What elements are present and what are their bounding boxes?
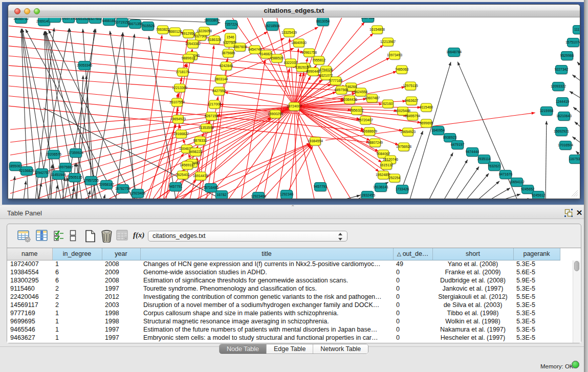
- window-edge-scrollbar[interactable]: [584, 0, 588, 372]
- table-row[interactable]: 1938455462009Genome-wide association stu…: [7, 268, 560, 276]
- graph-node[interactable]: 9245612: [532, 191, 546, 199]
- graph-node[interactable]: 9457791: [314, 183, 328, 192]
- table-panel-header[interactable]: Table Panel ⌃ ✕: [0, 206, 584, 219]
- cell-short[interactable]: de Silva et al. (2003): [432, 301, 513, 309]
- graph-node[interactable]: 12832455: [360, 191, 375, 199]
- table-settings-icon[interactable]: [17, 230, 31, 243]
- cell-title[interactable]: Genome-wide association studies in ADHD.: [140, 268, 393, 276]
- graph-node[interactable]: 3624554: [354, 88, 368, 97]
- graph-node[interactable]: 12942757: [34, 169, 50, 178]
- cell-in_degree[interactable]: 2: [52, 301, 102, 309]
- cell-name[interactable]: 9777169: [7, 309, 52, 317]
- graph-node[interactable]: 15900295: [268, 110, 283, 119]
- graph-node[interactable]: 7625402: [176, 171, 190, 180]
- graph-node[interactable]: 8186328: [208, 36, 222, 45]
- cell-name[interactable]: 14569117: [7, 301, 52, 309]
- graph-node[interactable]: 12923468: [130, 189, 145, 199]
- cell-name[interactable]: 18300295: [7, 276, 52, 285]
- cell-in_degree[interactable]: 2: [52, 293, 102, 301]
- graph-node[interactable]: 15720407: [358, 116, 373, 125]
- graph-node[interactable]: 19218506: [265, 22, 280, 31]
- graph-node[interactable]: 20206576: [46, 150, 61, 160]
- memory-ok-indicator-icon[interactable]: [572, 361, 579, 368]
- graph-node[interactable]: 9242848: [220, 62, 233, 71]
- graph-node[interactable]: 10607487: [364, 94, 380, 103]
- cell-pagerank[interactable]: 5.3E-5: [513, 309, 560, 317]
- graph-node[interactable]: 12093322: [551, 82, 566, 92]
- float-panel-icon[interactable]: [564, 209, 573, 217]
- cell-year[interactable]: 1997: [102, 334, 140, 342]
- tab-edge-table[interactable]: Edge Table: [267, 344, 313, 354]
- cell-year[interactable]: 1997: [102, 325, 140, 334]
- graph-node[interactable]: 2867608: [233, 43, 247, 52]
- column-header-short[interactable]: short: [432, 248, 513, 260]
- cell-short[interactable]: Stergiakouli et al. (2012): [432, 293, 513, 301]
- cell-year[interactable]: 2008: [102, 276, 140, 285]
- cell-out_de[interactable]: 0: [393, 334, 432, 342]
- scrollbar-thumb[interactable]: [574, 261, 579, 271]
- cell-pagerank[interactable]: 5.6E-5: [513, 268, 560, 276]
- graph-node[interactable]: 10637199: [61, 18, 76, 24]
- graph-node[interactable]: 8912954: [182, 30, 195, 38]
- graph-node[interactable]: 19756928: [396, 143, 411, 151]
- graph-node[interactable]: 13325419: [281, 29, 297, 37]
- graph-node[interactable]: 1615132: [380, 161, 394, 170]
- graph-node[interactable]: 2718176: [176, 68, 190, 77]
- graph-node[interactable]: 8990448: [307, 68, 320, 76]
- cell-year[interactable]: 2012: [102, 293, 140, 301]
- graph-node[interactable]: 1588520: [270, 54, 284, 63]
- cell-out_de[interactable]: 0: [393, 325, 432, 334]
- cell-pagerank[interactable]: 5.3E-5: [513, 325, 560, 334]
- graph-node[interactable]: 3875685: [222, 49, 235, 58]
- cell-title[interactable]: Disruption of a novel member of a sodium…: [140, 301, 393, 309]
- graph-node[interactable]: 12156829: [19, 167, 34, 176]
- graph-node[interactable]: 16671355: [127, 20, 143, 29]
- cell-out_de[interactable]: 0: [393, 301, 432, 309]
- cell-year[interactable]: 2008: [102, 260, 140, 268]
- graph-node[interactable]: 7632621: [488, 162, 502, 171]
- graph-node[interactable]: 1640954: [431, 126, 445, 136]
- graph-node[interactable]: 9498222: [189, 148, 203, 157]
- panel-resize-handle-icon[interactable]: ⌃: [291, 204, 295, 210]
- graph-node[interactable]: 20053346: [77, 61, 92, 71]
- cell-year[interactable]: 2009: [102, 268, 140, 276]
- cell-title[interactable]: Structural magnetic resonance image aver…: [140, 317, 393, 325]
- graph-node[interactable]: 6479197: [451, 141, 465, 150]
- graph-node[interactable]: 252254: [389, 174, 401, 183]
- table-vertical-scrollbar[interactable]: [573, 260, 580, 343]
- graph-node[interactable]: 17016504: [558, 141, 573, 150]
- graph-node[interactable]: 1527602: [89, 18, 102, 24]
- table-row[interactable]: 2242004622012Investigating the contribut…: [7, 293, 560, 301]
- table-row[interactable]: 1456911722003Disruption of a novel membe…: [7, 301, 560, 309]
- graph-node[interactable]: 3215958: [540, 107, 554, 116]
- delete-trash-icon[interactable]: [101, 230, 113, 243]
- cell-name[interactable]: 19384554: [7, 268, 52, 276]
- graph-node[interactable]: 17957255: [83, 177, 99, 186]
- graph-node[interactable]: 9115460: [420, 103, 433, 112]
- graph-node[interactable]: 8660124: [168, 28, 182, 36]
- cell-title[interactable]: Estimation of the future numbers of pati…: [140, 325, 393, 334]
- cell-year[interactable]: 1998: [102, 317, 140, 325]
- graph-node[interactable]: 12505135: [67, 173, 82, 183]
- cell-name[interactable]: 9115460: [7, 285, 52, 293]
- cell-short[interactable]: Nakamura et al. (1997): [432, 325, 513, 334]
- cell-in_degree[interactable]: 6: [52, 268, 102, 276]
- cell-name[interactable]: 18724007: [7, 260, 52, 268]
- cell-out_de[interactable]: 49: [393, 260, 432, 268]
- cell-short[interactable]: Franke et al. (2009): [432, 268, 513, 276]
- graph-node[interactable]: 1292346: [280, 190, 294, 199]
- graph-node[interactable]: 9474444: [466, 148, 480, 157]
- graph-node[interactable]: 16782759: [115, 185, 130, 194]
- cell-year[interactable]: 1997: [102, 285, 140, 293]
- cell-name[interactable]: 9463627: [7, 334, 52, 342]
- graph-node[interactable]: 14055712: [13, 18, 29, 24]
- graph-node[interactable]: 2803144: [214, 75, 228, 84]
- table-row[interactable]: 977716911998Corpus callosum shape and si…: [7, 309, 560, 317]
- cell-in_degree[interactable]: 1: [52, 309, 102, 317]
- graph-node[interactable]: 7485063: [395, 65, 409, 74]
- cell-in_degree[interactable]: 6: [52, 276, 102, 285]
- cell-in_degree[interactable]: 1: [52, 334, 102, 342]
- graph-node[interactable]: [49, 18, 61, 23]
- cell-title[interactable]: Investigating the contribution of common…: [140, 293, 393, 301]
- graph-node[interactable]: 19975887: [58, 163, 73, 172]
